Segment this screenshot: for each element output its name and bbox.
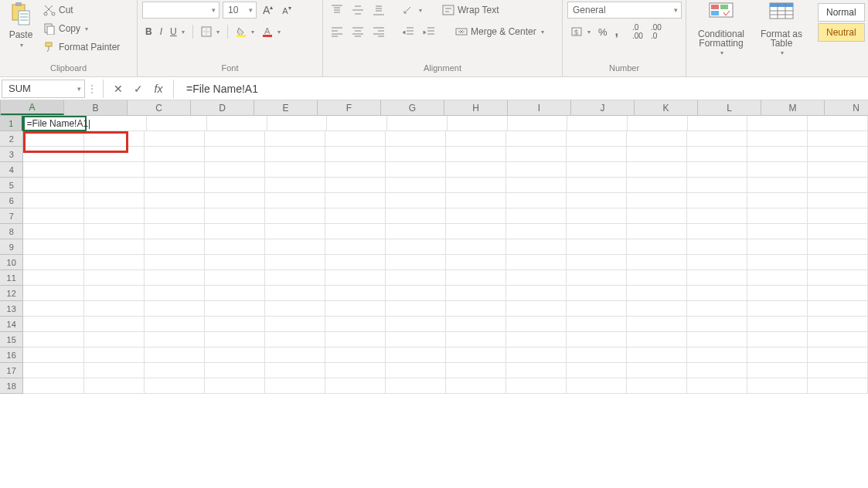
row-header-8[interactable]: 8 bbox=[0, 224, 23, 239]
cell-M5[interactable] bbox=[747, 178, 808, 193]
cell-L7[interactable] bbox=[687, 208, 747, 224]
cell-D7[interactable] bbox=[205, 208, 265, 224]
cell-G12[interactable] bbox=[386, 286, 446, 301]
cell-J2[interactable] bbox=[567, 131, 627, 147]
cell-E4[interactable] bbox=[265, 162, 325, 178]
cell-J12[interactable] bbox=[567, 286, 627, 301]
cell-H16[interactable] bbox=[446, 347, 506, 363]
align-center-button[interactable] bbox=[349, 23, 367, 40]
cell-C12[interactable] bbox=[145, 286, 205, 301]
cell-N12[interactable] bbox=[808, 286, 868, 301]
decrease-decimal-button[interactable]: .00.0 bbox=[648, 23, 665, 40]
cell-K11[interactable] bbox=[627, 270, 687, 286]
cell-E6[interactable] bbox=[265, 193, 325, 208]
cell-L17[interactable] bbox=[687, 363, 747, 378]
cell-I11[interactable] bbox=[506, 270, 567, 286]
orientation-button[interactable]: ▾ bbox=[399, 2, 425, 19]
name-box[interactable]: SUM bbox=[2, 80, 85, 98]
cell-E8[interactable] bbox=[265, 224, 325, 239]
align-bottom-button[interactable] bbox=[369, 2, 388, 19]
cell-J4[interactable] bbox=[567, 162, 627, 178]
row-header-12[interactable]: 12 bbox=[0, 286, 23, 301]
cell-N3[interactable] bbox=[808, 147, 868, 162]
cell-H8[interactable] bbox=[446, 224, 506, 239]
cell-E1[interactable] bbox=[267, 116, 328, 131]
cell-M18[interactable] bbox=[747, 378, 808, 394]
cell-J8[interactable] bbox=[567, 224, 627, 239]
cell-G17[interactable] bbox=[386, 363, 446, 378]
cell-H6[interactable] bbox=[446, 193, 506, 208]
cell-F11[interactable] bbox=[325, 270, 386, 286]
cell-A1[interactable]: =File Name!A1| bbox=[23, 116, 87, 131]
cell-H13[interactable] bbox=[446, 301, 506, 317]
cell-M15[interactable] bbox=[747, 332, 808, 347]
comma-button[interactable]: , bbox=[612, 23, 621, 40]
number-format-select[interactable]: General bbox=[567, 2, 682, 19]
cell-A5[interactable] bbox=[23, 178, 83, 193]
cell-I14[interactable] bbox=[506, 317, 567, 332]
cell-A8[interactable] bbox=[23, 224, 83, 239]
cell-F17[interactable] bbox=[325, 363, 386, 378]
cell-I3[interactable] bbox=[506, 147, 567, 162]
insert-function-button[interactable]: fx bbox=[148, 80, 168, 98]
cell-L14[interactable] bbox=[687, 317, 747, 332]
cell-K13[interactable] bbox=[627, 301, 687, 317]
cell-M6[interactable] bbox=[747, 193, 808, 208]
cell-H14[interactable] bbox=[446, 317, 506, 332]
cell-F18[interactable] bbox=[325, 378, 386, 394]
cell-K7[interactable] bbox=[627, 208, 687, 224]
cell-B12[interactable] bbox=[84, 286, 145, 301]
cell-J6[interactable] bbox=[567, 193, 627, 208]
cell-E11[interactable] bbox=[265, 270, 325, 286]
cell-M1[interactable] bbox=[747, 116, 808, 131]
cell-D18[interactable] bbox=[205, 378, 265, 394]
cell-D12[interactable] bbox=[205, 286, 265, 301]
cell-N18[interactable] bbox=[808, 378, 868, 394]
cell-B6[interactable] bbox=[84, 193, 145, 208]
cell-C14[interactable] bbox=[145, 317, 205, 332]
row-header-1[interactable]: 1 bbox=[0, 116, 23, 131]
cell-E16[interactable] bbox=[265, 347, 325, 363]
align-top-button[interactable] bbox=[328, 2, 346, 19]
cell-A7[interactable] bbox=[23, 208, 83, 224]
bold-button[interactable]: B bbox=[142, 23, 155, 40]
cell-M11[interactable] bbox=[747, 270, 808, 286]
cell-J14[interactable] bbox=[567, 317, 627, 332]
cell-B4[interactable] bbox=[84, 162, 145, 178]
font-color-button[interactable]: A▾ bbox=[259, 23, 284, 40]
cell-F8[interactable] bbox=[325, 224, 386, 239]
cancel-formula-button[interactable]: ✕ bbox=[108, 80, 128, 98]
align-left-button[interactable] bbox=[328, 23, 346, 40]
cell-D14[interactable] bbox=[205, 317, 265, 332]
cell-C13[interactable] bbox=[145, 301, 205, 317]
cell-N17[interactable] bbox=[808, 363, 868, 378]
cell-B9[interactable] bbox=[84, 239, 145, 255]
cut-button[interactable]: Cut bbox=[40, 2, 123, 19]
cell-I9[interactable] bbox=[506, 239, 567, 255]
cell-A4[interactable] bbox=[23, 162, 83, 178]
cell-K5[interactable] bbox=[627, 178, 687, 193]
cell-F7[interactable] bbox=[325, 208, 386, 224]
cell-I6[interactable] bbox=[506, 193, 567, 208]
cell-I16[interactable] bbox=[506, 347, 567, 363]
cell-style-normal[interactable]: Normal bbox=[818, 3, 865, 22]
cell-L11[interactable] bbox=[687, 270, 747, 286]
row-header-10[interactable]: 10 bbox=[0, 255, 23, 270]
cell-J13[interactable] bbox=[567, 301, 627, 317]
cell-A12[interactable] bbox=[23, 286, 83, 301]
cell-G11[interactable] bbox=[386, 270, 446, 286]
cell-D2[interactable] bbox=[205, 131, 265, 147]
cell-J5[interactable] bbox=[567, 178, 627, 193]
cell-K18[interactable] bbox=[627, 378, 687, 394]
row-header-2[interactable]: 2 bbox=[0, 131, 23, 147]
cell-J11[interactable] bbox=[567, 270, 627, 286]
cell-B17[interactable] bbox=[84, 363, 145, 378]
formula-input[interactable] bbox=[179, 83, 868, 95]
row-header-3[interactable]: 3 bbox=[0, 147, 23, 162]
cell-I5[interactable] bbox=[506, 178, 567, 193]
cell-E2[interactable] bbox=[265, 131, 325, 147]
cell-B10[interactable] bbox=[84, 255, 145, 270]
column-header-E[interactable]: E bbox=[254, 100, 318, 115]
cell-L16[interactable] bbox=[687, 347, 747, 363]
cell-H12[interactable] bbox=[446, 286, 506, 301]
